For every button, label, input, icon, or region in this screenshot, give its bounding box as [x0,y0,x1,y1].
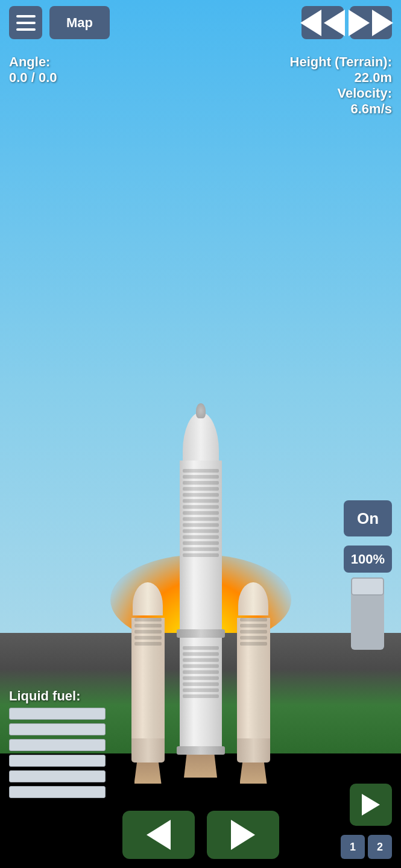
fastforward-button[interactable] [350,6,392,39]
fuel-bar-3 [9,739,106,751]
fastforward-icon [349,10,370,36]
rocket-separator-upper [177,629,225,638]
rocket [122,338,279,850]
menu-line-2 [16,22,36,24]
booster-right-body [237,618,270,738]
angle-value: 0.0 / 0.0 [9,70,57,86]
height-value: 22.0m [290,70,392,86]
fuel-bar-2 [9,723,106,735]
rewind-icon [300,10,321,36]
rocket-body-upper [180,461,222,629]
engine-on-button[interactable]: On [344,500,392,536]
fuel-bar-6 [9,786,106,798]
fuel-label: Liquid fuel: [9,688,106,704]
booster-left-nozzle [134,763,162,784]
steer-left-button[interactable] [122,811,195,859]
header: Map [0,0,401,45]
booster-left [128,582,168,784]
steer-right-button[interactable] [207,811,279,859]
stats-right: Height (Terrain): 22.0m Velocity: 6.6m/s [290,54,392,117]
rewind-icon-2 [324,10,345,36]
rocket-main [177,412,225,778]
menu-button[interactable] [9,6,42,39]
throttle-slider[interactable] [351,577,384,650]
steer-right-icon [231,820,255,850]
stats-left: Angle: 0.0 / 0.0 [9,54,57,86]
bottom-controls [0,811,401,859]
booster-left-nose [133,582,163,615]
steer-left-icon [147,820,171,850]
booster-right-nose [238,582,268,615]
height-label: Height (Terrain): [290,54,392,70]
fastforward-icon-2 [372,10,393,36]
rocket-nose-cone [183,412,219,461]
velocity-label: Velocity: [290,86,392,101]
fuel-bar-5 [9,770,106,782]
throttle-thumb[interactable] [351,577,384,596]
rocket-body-lower [180,638,222,746]
velocity-value: 6.6m/s [290,101,392,117]
angle-label: Angle: [9,54,57,70]
rocket-nose-tip [196,403,206,418]
fuel-bar-1 [9,708,106,720]
fuel-section: Liquid fuel: [9,688,106,802]
fuel-bar-4 [9,755,106,767]
main-engine-nozzle [184,755,217,778]
booster-right-nozzle [240,763,267,784]
throttle-label: 100% [344,546,392,573]
booster-right-bottom [237,738,270,763]
header-right [302,6,392,39]
booster-right [234,582,273,784]
booster-left-bottom [131,738,165,763]
rewind-button[interactable] [302,6,344,39]
rocket-separator-lower [177,746,225,755]
map-button[interactable]: Map [49,6,110,39]
menu-line-1 [16,15,36,17]
menu-line-3 [16,28,36,31]
booster-left-body [131,618,165,738]
